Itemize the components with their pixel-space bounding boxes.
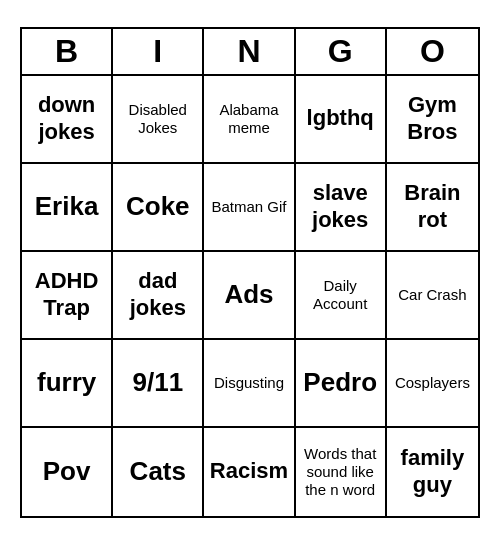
bingo-cell: Disabled Jokes: [113, 76, 204, 164]
bingo-cell: Brain rot: [387, 164, 478, 252]
bingo-cell: Pedro: [296, 340, 387, 428]
bingo-grid: down jokesDisabled JokesAlabama memelgbt…: [22, 76, 478, 516]
bingo-cell: Cosplayers: [387, 340, 478, 428]
bingo-cell: slave jokes: [296, 164, 387, 252]
bingo-cell: Ads: [204, 252, 295, 340]
bingo-cell: Daily Account: [296, 252, 387, 340]
bingo-cell: Car Crash: [387, 252, 478, 340]
bingo-header: BINGO: [22, 29, 478, 76]
bingo-cell: 9/11: [113, 340, 204, 428]
bingo-cell: family guy: [387, 428, 478, 516]
header-letter: O: [387, 29, 478, 74]
bingo-cell: furry: [22, 340, 113, 428]
bingo-cell: ADHD Trap: [22, 252, 113, 340]
bingo-cell: Cats: [113, 428, 204, 516]
bingo-cell: Words that sound like the n word: [296, 428, 387, 516]
bingo-cell: Erika: [22, 164, 113, 252]
bingo-cell: lgbthq: [296, 76, 387, 164]
bingo-cell: down jokes: [22, 76, 113, 164]
header-letter: N: [204, 29, 295, 74]
bingo-cell: Gym Bros: [387, 76, 478, 164]
header-letter: I: [113, 29, 204, 74]
bingo-cell: Pov: [22, 428, 113, 516]
bingo-cell: dad jokes: [113, 252, 204, 340]
header-letter: B: [22, 29, 113, 74]
bingo-cell: Disgusting: [204, 340, 295, 428]
header-letter: G: [296, 29, 387, 74]
bingo-cell: Racism: [204, 428, 295, 516]
bingo-card: BINGO down jokesDisabled JokesAlabama me…: [20, 27, 480, 518]
bingo-cell: Coke: [113, 164, 204, 252]
bingo-cell: Batman Gif: [204, 164, 295, 252]
bingo-cell: Alabama meme: [204, 76, 295, 164]
